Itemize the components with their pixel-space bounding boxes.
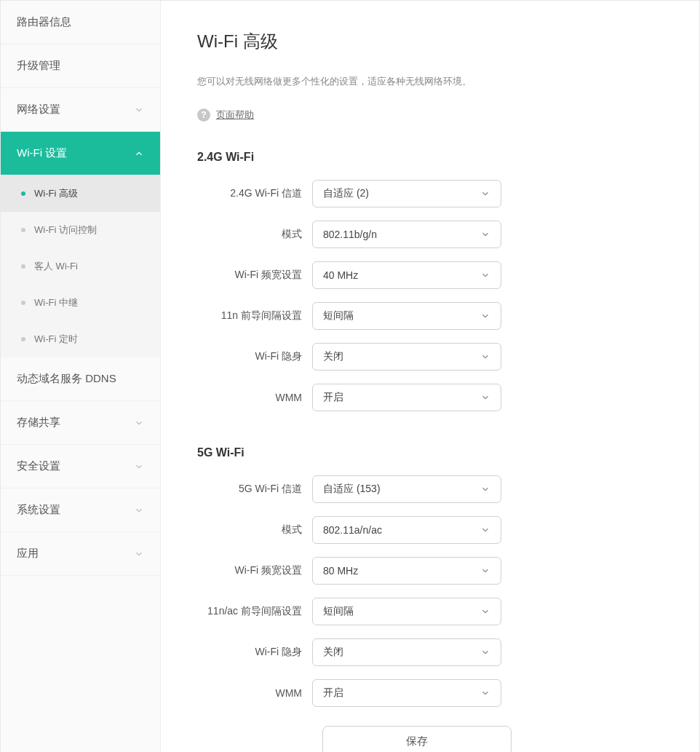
chevron-down-icon (480, 566, 490, 576)
row-5g-preamble: 11n/ac 前导间隔设置 短间隔 (197, 598, 663, 625)
nav-label: 动态域名服务 DDNS (17, 372, 116, 386)
row-5g-bandwidth: Wi-Fi 频宽设置 80 MHz (197, 557, 663, 585)
nav-label: 升级管理 (17, 59, 60, 73)
chevron-down-icon (480, 311, 490, 321)
label-5g-hidden: Wi-Fi 隐身 (197, 646, 312, 659)
row-5g-mode: 模式 802.11a/n/ac (197, 516, 663, 544)
sub-wifi-repeater[interactable]: Wi-Fi 中继 (1, 285, 160, 321)
label-24g-wmm: WMM (197, 392, 312, 403)
select-value: 短间隔 (323, 309, 354, 322)
save-button[interactable]: 保存 (322, 726, 512, 752)
row-5g-wmm: WMM 开启 (197, 679, 663, 707)
chevron-down-icon (480, 606, 490, 617)
save-label: 保存 (406, 735, 428, 748)
chevron-down-icon (134, 549, 144, 559)
label-24g-hidden: Wi-Fi 隐身 (197, 350, 312, 363)
chevron-down-icon (480, 229, 490, 240)
select-value: 802.11a/n/ac (323, 524, 382, 536)
nav-upgrade[interactable]: 升级管理 (1, 44, 160, 88)
nav-label: 存储共享 (17, 416, 60, 430)
select-24g-hidden[interactable]: 关闭 (312, 343, 501, 371)
select-24g-preamble[interactable]: 短间隔 (312, 302, 501, 330)
sub-wifi-advanced[interactable]: Wi-Fi 高级 (1, 175, 160, 212)
label-24g-channel: 2.4G Wi-Fi 信道 (197, 187, 312, 200)
help-link[interactable]: 页面帮助 (216, 108, 254, 122)
select-24g-bandwidth[interactable]: 40 MHz (312, 261, 501, 289)
row-24g-preamble: 11n 前导间隔设置 短间隔 (197, 302, 663, 330)
row-24g-hidden: Wi-Fi 隐身 关闭 (197, 343, 663, 371)
select-value: 开启 (323, 391, 343, 404)
section-title-5g: 5G Wi-Fi (197, 446, 663, 459)
dot-icon (21, 337, 25, 341)
app-container: 路由器信息 升级管理 网络设置 Wi-Fi 设置 Wi-Fi 高级 Wi-Fi … (0, 0, 700, 752)
chevron-down-icon (480, 484, 490, 494)
chevron-down-icon (134, 418, 144, 428)
select-value: 关闭 (323, 350, 343, 363)
nav-network-settings[interactable]: 网络设置 (1, 88, 160, 132)
nav-router-info[interactable]: 路由器信息 (1, 1, 160, 44)
chevron-down-icon (480, 525, 490, 535)
nav-label: 网络设置 (17, 103, 60, 116)
nav-apps[interactable]: 应用 (1, 532, 160, 576)
select-value: 80 MHz (323, 565, 358, 577)
dot-icon (21, 301, 25, 305)
chevron-down-icon (480, 189, 490, 199)
nav-system[interactable]: 系统设置 (1, 488, 160, 532)
sub-guest-wifi[interactable]: 客人 Wi-Fi (1, 248, 160, 285)
row-24g-channel: 2.4G Wi-Fi 信道 自适应 (2) (197, 180, 663, 207)
dot-icon (21, 191, 25, 196)
wifi-subitems: Wi-Fi 高级 Wi-Fi 访问控制 客人 Wi-Fi Wi-Fi 中继 Wi… (1, 175, 160, 357)
select-5g-bandwidth[interactable]: 80 MHz (312, 557, 501, 585)
select-24g-mode[interactable]: 802.11b/g/n (312, 221, 501, 248)
row-5g-channel: 5G Wi-Fi 信道 自适应 (153) (197, 475, 663, 503)
help-icon: ? (197, 108, 210, 122)
select-24g-wmm[interactable]: 开启 (312, 384, 501, 411)
select-5g-wmm[interactable]: 开启 (312, 679, 501, 707)
chevron-down-icon (480, 352, 490, 362)
sub-label: Wi-Fi 定时 (34, 333, 78, 346)
sub-label: Wi-Fi 中继 (34, 296, 78, 309)
nav-security[interactable]: 安全设置 (1, 445, 160, 488)
nav-label: 路由器信息 (17, 15, 71, 29)
sub-wifi-timer[interactable]: Wi-Fi 定时 (1, 321, 160, 357)
label-5g-wmm: WMM (197, 687, 312, 699)
select-value: 自适应 (153) (323, 483, 381, 496)
label-24g-mode: 模式 (197, 228, 312, 241)
label-5g-channel: 5G Wi-Fi 信道 (197, 483, 312, 496)
nav-label: 安全设置 (17, 459, 60, 473)
label-5g-mode: 模式 (197, 523, 312, 537)
select-5g-channel[interactable]: 自适应 (153) (312, 475, 501, 503)
nav-wifi-settings[interactable]: Wi-Fi 设置 (1, 132, 160, 175)
page-title: Wi-Fi 高级 (197, 30, 663, 53)
select-5g-hidden[interactable]: 关闭 (312, 638, 501, 666)
label-5g-bandwidth: Wi-Fi 频宽设置 (197, 564, 312, 577)
nav-label: 应用 (17, 547, 39, 561)
chevron-down-icon (480, 647, 490, 657)
section-title-24g: 2.4G Wi-Fi (197, 151, 663, 164)
chevron-down-icon (134, 505, 144, 515)
chevron-down-icon (134, 105, 144, 115)
select-5g-preamble[interactable]: 短间隔 (312, 598, 501, 625)
label-5g-preamble: 11n/ac 前导间隔设置 (197, 605, 312, 618)
select-value: 自适应 (2) (323, 187, 369, 200)
nav-label: Wi-Fi 设置 (17, 146, 67, 160)
sub-label: Wi-Fi 访问控制 (34, 223, 97, 237)
nav-storage-share[interactable]: 存储共享 (1, 401, 160, 445)
select-value: 短间隔 (323, 605, 354, 618)
save-row: 保存 (197, 726, 663, 752)
sub-wifi-access-control[interactable]: Wi-Fi 访问控制 (1, 212, 160, 248)
row-24g-wmm: WMM 开启 (197, 384, 663, 411)
nav-ddns[interactable]: 动态域名服务 DDNS (1, 357, 160, 401)
chevron-down-icon (480, 270, 490, 280)
dot-icon (21, 228, 25, 232)
sub-label: 客人 Wi-Fi (34, 260, 78, 273)
select-value: 802.11b/g/n (323, 229, 377, 240)
select-value: 开启 (323, 686, 343, 700)
select-24g-channel[interactable]: 自适应 (2) (312, 180, 501, 207)
nav-label: 系统设置 (17, 503, 60, 517)
select-5g-mode[interactable]: 802.11a/n/ac (312, 516, 501, 544)
row-24g-bandwidth: Wi-Fi 频宽设置 40 MHz (197, 261, 663, 289)
row-24g-mode: 模式 802.11b/g/n (197, 221, 663, 248)
label-24g-bandwidth: Wi-Fi 频宽设置 (197, 269, 312, 282)
row-5g-hidden: Wi-Fi 隐身 关闭 (197, 638, 663, 666)
